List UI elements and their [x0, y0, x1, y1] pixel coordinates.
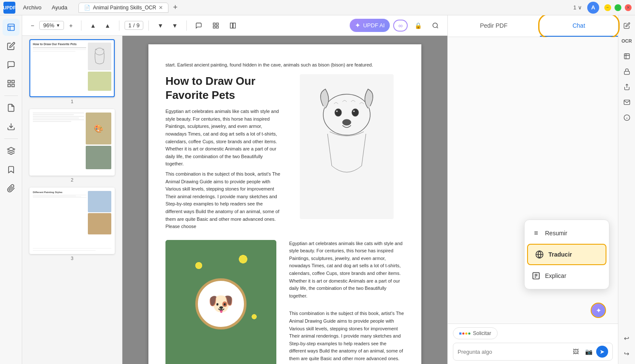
- svg-rect-0: [8, 24, 14, 31]
- sidebar-icon-bookmark[interactable]: [3, 161, 20, 178]
- ai-panel-header: Pedir PDF Chat: [448, 15, 618, 37]
- menu-bar: Archivo Ayuda: [19, 3, 72, 12]
- chat-screenshot-icon[interactable]: 📷: [583, 347, 594, 357]
- toolbar-icon-search[interactable]: [429, 20, 442, 31]
- tab-title: Animal Painting Skills_OCR: [93, 5, 156, 11]
- sidebar-icon-layers[interactable]: [3, 142, 20, 159]
- dog-sketch-illustration: [300, 74, 394, 219]
- floating-ai-bubble[interactable]: ✦: [591, 303, 606, 318]
- action-resumir[interactable]: ≡ Resumir: [525, 223, 609, 243]
- thumbnail-2[interactable]: 🎨 2: [26, 109, 119, 182]
- page-down-button[interactable]: ▼: [154, 20, 167, 31]
- sidebar-icon-edit[interactable]: [3, 38, 20, 55]
- right-icon-undo[interactable]: ↩: [620, 332, 634, 345]
- ai-content-area: ≡ Resumir Traducir: [448, 37, 618, 324]
- window-controls: − □ ✕: [604, 4, 632, 11]
- right-sidebar-bottom: ↩ ↪: [620, 332, 634, 361]
- minimize-button[interactable]: −: [604, 4, 611, 11]
- svg-point-15: [433, 23, 438, 28]
- view-button[interactable]: [209, 20, 223, 31]
- svg-point-21: [336, 110, 338, 112]
- svg-rect-6: [8, 84, 10, 87]
- tab-close-btn[interactable]: ✕: [159, 5, 163, 11]
- right-icon-share[interactable]: [620, 80, 634, 94]
- sidebar-icon-organize[interactable]: [3, 75, 20, 92]
- right-icon-mail[interactable]: [620, 95, 634, 109]
- solicitar-label: Solicitar: [473, 330, 491, 336]
- page-indicator[interactable]: 1 / 9: [125, 21, 143, 30]
- pdf-right-para-2: This combination is the subject of this …: [289, 310, 404, 364]
- ai-actions-popup: ≡ Resumir Traducir: [524, 220, 609, 289]
- svg-point-20: [352, 109, 359, 116]
- tab-ask-pdf[interactable]: Pedir PDF: [448, 15, 540, 37]
- page-first-button[interactable]: ▲: [87, 20, 99, 31]
- svg-rect-13: [230, 23, 232, 28]
- right-icon-redo[interactable]: ↪: [620, 347, 634, 361]
- close-button[interactable]: ✕: [625, 4, 632, 11]
- sidebar-icon-attachment[interactable]: [3, 180, 20, 197]
- sidebar-icon-document[interactable]: [3, 19, 20, 36]
- toolbar-divider-2: [119, 20, 119, 31]
- svg-rect-5: [12, 84, 14, 87]
- ai-panel: Pedir PDF Chat ≡ Resumir: [447, 15, 618, 364]
- sidebar-divider-2: [4, 139, 18, 139]
- zoom-out-button[interactable]: −: [27, 20, 38, 31]
- pdf-para-2: This combination is the subject of this …: [165, 170, 281, 231]
- chat-input-field[interactable]: [458, 349, 568, 355]
- tab-bar: 📄 Animal Painting Skills_OCR ✕ +: [78, 3, 180, 13]
- tab-icon: 📄: [84, 5, 90, 11]
- page-nav-down-group: ▼ ▼: [154, 20, 181, 31]
- toolbar-divider-3: [148, 20, 149, 31]
- zoom-level-display[interactable]: 96% ▼: [39, 21, 64, 30]
- right-icon-scan[interactable]: [620, 49, 634, 63]
- toolbar-icon-lock[interactable]: 🔒: [411, 20, 425, 31]
- explicar-icon: [531, 271, 541, 280]
- maximize-button[interactable]: □: [615, 4, 621, 11]
- thumbnail-3[interactable]: Different Painting Styles: [26, 188, 119, 261]
- svg-point-17: [95, 48, 104, 55]
- user-avatar[interactable]: A: [587, 2, 599, 14]
- svg-marker-8: [7, 147, 14, 151]
- thumbnail-panel: How to Draw Our Favorite Pets: [22, 36, 122, 364]
- page-last-button[interactable]: ▲: [101, 20, 114, 31]
- pdf-right-para-1: Egyptian art celebrates animals like cat…: [289, 240, 404, 300]
- sidebar-icon-pages[interactable]: [3, 99, 20, 116]
- menu-archivo[interactable]: Archivo: [19, 3, 46, 12]
- pdf-viewer[interactable]: start. Earliest ancient painting, found …: [122, 36, 447, 364]
- chat-send-button[interactable]: ➤: [596, 346, 608, 358]
- thumb-img-2: 🎨: [29, 109, 115, 176]
- pdf-page-1: start. Earliest ancient painting, found …: [148, 44, 421, 364]
- menu-ayuda[interactable]: Ayuda: [47, 3, 72, 12]
- sidebar-icon-extract[interactable]: [3, 118, 20, 135]
- right-icon-edit[interactable]: [620, 19, 634, 32]
- svg-rect-3: [8, 81, 10, 83]
- zoom-in-button[interactable]: +: [66, 20, 76, 31]
- tab-chat[interactable]: Chat: [540, 15, 618, 37]
- ai-button[interactable]: ✦ UPDF AI: [350, 19, 390, 32]
- action-traducir[interactable]: Traducir: [527, 244, 606, 265]
- thumbnail-1[interactable]: How to Draw Our Favorite Pets: [26, 39, 119, 104]
- action-explicar[interactable]: Explicar: [525, 266, 609, 286]
- page-end-button[interactable]: ▼: [168, 20, 181, 31]
- resumir-label: Resumir: [545, 230, 567, 237]
- comment-button[interactable]: [192, 20, 206, 31]
- toolbar-divider-4: [186, 20, 187, 31]
- pdf-title: How to Draw Our Favorite Pets: [165, 74, 281, 103]
- thumb-img-3: Different Painting Styles: [29, 188, 115, 254]
- add-tab-button[interactable]: +: [170, 3, 180, 13]
- right-icon-ocr[interactable]: OCR: [620, 34, 634, 48]
- resumir-icon: ≡: [531, 228, 541, 238]
- chat-tab-wrapper: Chat: [540, 15, 618, 37]
- svg-point-19: [335, 109, 342, 116]
- solicitar-button[interactable]: Solicitar: [453, 327, 498, 339]
- sidebar-icon-comment[interactable]: [3, 56, 20, 73]
- active-tab[interactable]: 📄 Animal Painting Skills_OCR ✕: [78, 3, 168, 13]
- compare-button[interactable]: [226, 20, 240, 31]
- right-icon-lock[interactable]: [620, 65, 634, 78]
- chat-image-icon[interactable]: 🖼: [571, 347, 581, 357]
- svg-point-18: [323, 94, 370, 135]
- chat-history: [455, 44, 611, 193]
- right-icon-info[interactable]: [620, 111, 634, 124]
- traducir-label: Traducir: [548, 251, 572, 258]
- toolbar-icon-infinity[interactable]: ∞: [393, 20, 408, 32]
